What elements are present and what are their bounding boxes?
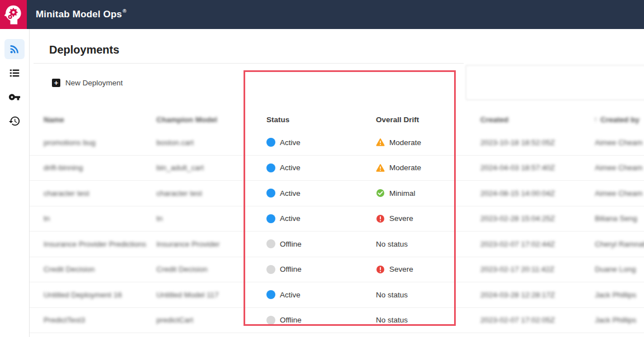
cell-created-by: Aimee Cheam <box>595 181 644 206</box>
status-label: Offline <box>280 240 302 248</box>
table-header-row: Name Champion Model Status Overall Drift… <box>0 109 644 131</box>
column-header-status[interactable]: Status <box>266 109 373 130</box>
drift-moderate-icon <box>376 163 385 172</box>
drift-moderate-icon <box>376 138 385 147</box>
cell-created: 2023-10-18 18:52:05Z <box>480 130 591 155</box>
drift-label: No status <box>376 291 408 299</box>
cell-created-by: Jack Phillips <box>595 282 644 307</box>
status-active-dot-icon <box>266 189 275 198</box>
cell-name: drift-binning <box>44 156 153 181</box>
column-header-created-by[interactable]: ↑ Created by <box>594 109 643 130</box>
cell-created-by: Biliana Seng <box>595 206 644 232</box>
cell-name: character test <box>44 181 153 206</box>
status-offline-dot-icon <box>266 239 275 248</box>
table-row[interactable]: Insurance Provider Predictions Insurance… <box>0 232 644 257</box>
cell-name: PredictTest3 <box>44 308 153 333</box>
status-label: Active <box>280 138 300 147</box>
cell-status: Active <box>266 282 373 307</box>
cell-status: Active <box>266 206 373 232</box>
history-icon <box>8 115 21 127</box>
table-row[interactable]: character test character test Active Min… <box>0 181 644 206</box>
registered-mark: ® <box>123 8 127 14</box>
status-label: Offline <box>280 316 302 324</box>
cell-champion-model: boston.cart <box>156 130 263 155</box>
table-row[interactable]: PredictTest3 predictCart Offline No stat… <box>0 308 644 334</box>
drift-label: Minimal <box>389 189 416 198</box>
cell-name: Credit Decision <box>44 257 153 282</box>
status-label: Active <box>280 291 300 299</box>
key-icon <box>8 91 21 103</box>
table-row[interactable]: Credit Decision Credit Decision Offline … <box>0 257 644 283</box>
cell-created-by: Duane Long <box>595 257 644 282</box>
cell-champion-model: predictCart <box>156 308 263 333</box>
cell-champion-model: Insurance Provider <box>156 232 263 257</box>
cell-status: Active <box>266 181 373 206</box>
cell-created: 2024-03-28 12:28:17Z <box>480 282 591 307</box>
table-row[interactable]: drift-binning bin_adult_cart Active Mode… <box>0 156 644 181</box>
cell-created: 2024-04-03 18:57:40Z <box>480 156 591 181</box>
drift-severe-icon <box>376 214 385 223</box>
cell-created-by: Aimee Cheam <box>595 130 644 155</box>
cell-champion-model: Untitled Model 117 <box>156 282 263 307</box>
column-header-champion-model[interactable]: Champion Model <box>156 109 263 130</box>
cell-name: promotions bug <box>44 130 153 155</box>
top-navbar: Minitab Model Ops® <box>0 0 644 29</box>
cell-created-by: Jack Phillips <box>595 308 644 333</box>
cell-created: 2023-02-07 17:02:44Z <box>480 232 591 257</box>
cell-champion-model: bin_adult_cart <box>156 156 263 181</box>
cell-created: 2024-08-15 14:00:04Z <box>480 181 591 206</box>
status-active-dot-icon <box>266 290 275 299</box>
drift-minimal-icon <box>376 189 385 198</box>
drift-label: No status <box>376 240 408 248</box>
cell-status: Active <box>266 156 373 181</box>
minitab-logo[interactable] <box>0 0 27 29</box>
table-row[interactable]: Untitled Deployment 16 Untitled Model 11… <box>0 282 644 308</box>
sidebar-item-models-list[interactable] <box>4 63 25 83</box>
status-label: Active <box>280 214 300 223</box>
status-label: Active <box>280 189 300 198</box>
cell-name: Untitled Deployment 16 <box>44 282 153 307</box>
status-active-dot-icon <box>266 163 275 172</box>
cell-overall-drift: No status <box>376 282 476 307</box>
cell-created-by: Aimee Cheam <box>595 156 644 181</box>
status-offline-dot-icon <box>266 265 275 274</box>
column-header-name[interactable]: Name <box>44 109 153 130</box>
drift-label: No status <box>376 316 408 324</box>
column-header-overall-drift[interactable]: Overall Drift <box>376 109 476 130</box>
cell-champion-model: character test <box>156 181 263 206</box>
drift-label: Moderate <box>389 138 421 147</box>
sidebar-item-api-keys[interactable] <box>4 87 25 107</box>
table-row[interactable]: promotions bug boston.cart Active Modera… <box>0 130 644 156</box>
cell-overall-drift: Severe <box>376 206 476 232</box>
cell-created: 2023-02-07 17:02:05Z <box>480 308 591 333</box>
status-active-dot-icon <box>266 138 275 147</box>
title-divider <box>34 63 464 64</box>
cell-overall-drift: Moderate <box>376 156 476 181</box>
cell-champion-model: tn <box>156 206 263 232</box>
cell-status: Active <box>266 130 373 155</box>
plus-icon: + <box>52 79 60 87</box>
cell-overall-drift: No status <box>376 232 476 257</box>
drift-label: Severe <box>389 265 413 273</box>
rss-icon <box>8 43 21 55</box>
toolbar-control-blurred[interactable] <box>465 65 644 100</box>
cell-champion-model: Credit Decision <box>156 257 263 282</box>
sort-ascending-icon: ↑ <box>594 115 597 123</box>
column-header-created[interactable]: Created <box>480 109 591 130</box>
status-label: Active <box>280 163 300 172</box>
new-deployment-label: New Deployment <box>65 79 123 87</box>
table-row[interactable]: tn tn Active Severe 2023-02-28 15:04:25Z… <box>0 206 644 232</box>
status-active-dot-icon <box>266 214 275 223</box>
cell-overall-drift: No status <box>376 308 476 333</box>
cell-created: 2023-02-28 15:04:25Z <box>480 206 591 232</box>
cell-status: Offline <box>266 257 373 282</box>
drift-severe-icon <box>376 265 385 274</box>
cell-overall-drift: Moderate <box>376 130 476 155</box>
new-deployment-button[interactable]: + New Deployment <box>52 76 123 89</box>
status-offline-dot-icon <box>266 316 275 325</box>
cell-status: Offline <box>266 308 373 333</box>
list-icon <box>8 67 21 79</box>
cell-name: tn <box>44 206 153 232</box>
sidebar-item-deployments[interactable] <box>4 39 25 59</box>
sidebar-item-history[interactable] <box>4 111 25 131</box>
